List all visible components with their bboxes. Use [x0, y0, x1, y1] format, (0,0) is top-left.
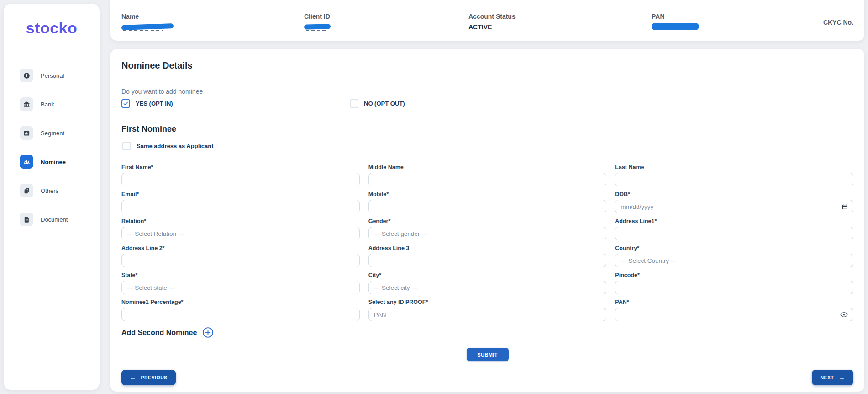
field-state: State* --- Select state --- — [121, 272, 360, 294]
add-nominee-question: Do you want to add nominee — [121, 88, 853, 95]
field-country: Country* --- Select Country --- — [615, 245, 853, 267]
relation-label: Relation* — [121, 218, 360, 224]
sidebar-menu: Personal Bank Segment Nominee Others — [4, 53, 100, 230]
title-divider — [121, 78, 853, 78]
dob-input[interactable]: mm/dd/yyyy — [615, 200, 853, 213]
header-divider — [121, 5, 853, 5]
field-middle-name: Middle Name — [368, 164, 607, 186]
city-select[interactable]: --- Select city --- — [368, 281, 607, 294]
address-line3-input[interactable] — [368, 254, 607, 267]
sidebar-item-segment[interactable]: Segment — [4, 122, 100, 144]
city-placeholder: --- Select city --- — [374, 284, 601, 291]
sidebar-item-label: Others — [41, 187, 58, 194]
pan-input[interactable] — [615, 308, 853, 321]
plus-circle-icon[interactable] — [202, 327, 214, 338]
opt-in-option[interactable]: YES (OPT IN) — [121, 99, 350, 108]
email-label: Email* — [121, 191, 360, 197]
middle-name-label: Middle Name — [368, 164, 607, 170]
address-line2-input[interactable] — [121, 254, 360, 267]
country-select[interactable]: --- Select Country --- — [615, 254, 853, 267]
submit-row: SUBMIT — [121, 348, 853, 361]
next-label: NEXT — [820, 375, 834, 380]
mobile-label: Mobile* — [368, 191, 607, 197]
next-button[interactable]: NEXT → — [812, 370, 853, 385]
previous-button[interactable]: ← PREVIOUS — [121, 370, 176, 385]
pan-field-label: PAN* — [615, 299, 853, 305]
arrow-left-icon: ← — [130, 374, 137, 381]
opt-in-label: YES (OPT IN) — [136, 100, 173, 107]
sidebar: stocko Personal Bank Segment Nominee — [4, 4, 100, 390]
header-field-name: Name — [121, 13, 174, 31]
name-redaction-remnant — [123, 30, 163, 31]
gender-select[interactable]: --- Select gender --- — [368, 227, 607, 240]
account-status-value: ACTIVE — [468, 23, 516, 31]
submit-button[interactable]: SUBMIT — [467, 348, 509, 361]
dob-label: DOB* — [615, 191, 853, 197]
previous-label: PREVIOUS — [141, 375, 168, 380]
country-placeholder: --- Select Country --- — [621, 257, 848, 264]
account-status-label: Account Status — [468, 13, 516, 20]
field-last-name: Last Name — [615, 164, 853, 186]
middle-name-input[interactable] — [368, 173, 607, 186]
id-proof-select[interactable]: PAN — [368, 308, 607, 321]
state-label: State* — [121, 272, 360, 278]
others-icon — [20, 184, 33, 197]
field-pincode: Pincode* — [615, 272, 853, 294]
dob-placeholder: mm/dd/yyyy — [621, 203, 842, 210]
last-name-input[interactable] — [615, 173, 853, 186]
client-id-label: Client ID — [304, 13, 331, 20]
field-nominee1-percentage: Nominee1 Percentage* — [121, 299, 360, 321]
id-proof-label: Select any ID PROOF* — [368, 299, 607, 305]
address-line3-label: Address Line 3 — [368, 245, 607, 251]
sidebar-item-label: Document — [41, 216, 68, 223]
pan-value-redacted — [652, 23, 699, 30]
opt-in-checkbox[interactable] — [121, 99, 130, 108]
header-field-account-status: Account Status ACTIVE — [468, 13, 516, 31]
state-select[interactable]: --- Select state --- — [121, 281, 360, 294]
first-name-input[interactable] — [121, 173, 360, 186]
same-address-option[interactable]: Same address as Applicant — [121, 142, 853, 150]
footer-nav: ← PREVIOUS NEXT → — [121, 370, 853, 385]
add-second-nominee-label: Add Second Nominee — [121, 329, 197, 337]
address-line1-input[interactable] — [615, 227, 853, 240]
account-summary-header: Name Client ID Account Status ACTIVE PAN… — [110, 0, 864, 41]
nominee1-percentage-label: Nominee1 Percentage* — [121, 299, 360, 305]
page-title: Nominee Details — [121, 60, 853, 71]
document-icon — [20, 213, 33, 226]
same-address-checkbox[interactable] — [122, 142, 131, 150]
email-input[interactable] — [121, 200, 360, 213]
field-id-proof: Select any ID PROOF* PAN — [368, 299, 607, 321]
nominee1-percentage-input[interactable] — [121, 308, 360, 321]
sidebar-item-bank[interactable]: Bank — [4, 94, 100, 115]
field-address-line1: Address Line1* — [615, 218, 853, 240]
relation-select[interactable]: --- Select Relation --- — [121, 227, 360, 240]
sidebar-item-others[interactable]: Others — [4, 180, 100, 201]
opt-out-label: NO (OPT OUT) — [364, 100, 405, 107]
address-line2-label: Address Line 2* — [121, 245, 360, 251]
first-name-label: First Name* — [121, 164, 360, 170]
field-gender: Gender* --- Select gender --- — [368, 218, 607, 240]
sidebar-item-label: Nominee — [41, 159, 66, 165]
address-line1-label: Address Line1* — [615, 218, 853, 224]
client-id-value-redacted — [304, 24, 331, 30]
calendar-icon[interactable] — [842, 204, 848, 210]
first-nominee-title: First Nominee — [121, 124, 853, 134]
sidebar-item-personal[interactable]: Personal — [4, 65, 100, 86]
name-label: Name — [121, 13, 174, 20]
bank-icon — [20, 97, 33, 111]
sidebar-item-nominee[interactable]: Nominee — [4, 151, 100, 172]
gender-label: Gender* — [368, 218, 607, 224]
id-proof-value: PAN — [374, 311, 601, 318]
add-second-nominee-button[interactable]: Add Second Nominee — [121, 327, 853, 338]
opt-out-checkbox[interactable] — [350, 99, 358, 108]
sidebar-item-document[interactable]: Document — [4, 209, 100, 230]
eye-icon[interactable] — [840, 311, 848, 319]
field-address-line2: Address Line 2* — [121, 245, 360, 267]
pan-label: PAN — [652, 13, 699, 20]
pincode-input[interactable] — [615, 281, 853, 294]
sidebar-item-label: Segment — [41, 130, 64, 137]
sidebar-item-label: Bank — [41, 101, 54, 108]
opt-out-option[interactable]: NO (OPT OUT) — [350, 99, 405, 108]
mobile-input[interactable] — [368, 200, 607, 213]
field-email: Email* — [121, 191, 360, 213]
